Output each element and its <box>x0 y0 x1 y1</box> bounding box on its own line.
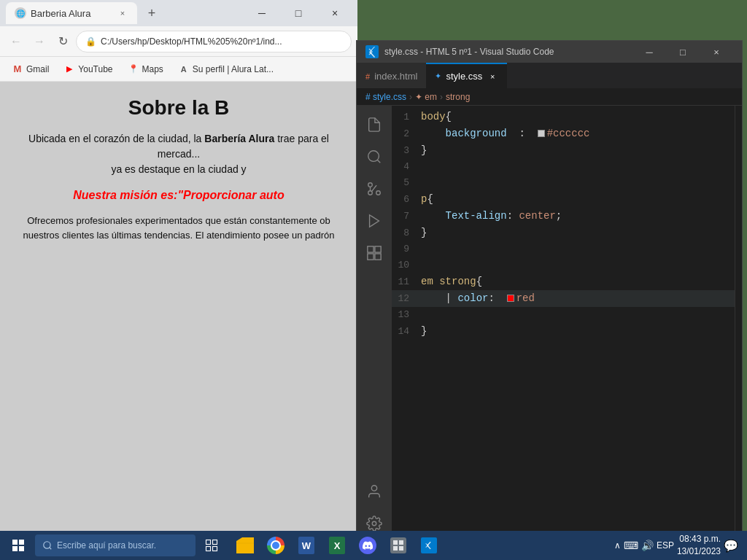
vscode-maximize-btn[interactable]: □ <box>666 41 700 63</box>
line-num-12: 12 <box>395 291 421 307</box>
taskbar-vscode[interactable] <box>414 531 444 560</box>
line-content-11: em strong{ <box>421 273 735 289</box>
activity-git-btn[interactable] <box>361 176 387 202</box>
activity-extensions-btn[interactable] <box>361 240 387 266</box>
excel-icon: X <box>329 537 345 554</box>
svg-line-17 <box>50 548 52 550</box>
bookmark-youtube-label: YouTube <box>78 64 112 74</box>
bookmark-gmail[interactable]: M Gmail <box>6 61 55 78</box>
taskview-button[interactable] <box>197 531 226 560</box>
svg-point-3 <box>368 183 373 187</box>
svg-rect-13 <box>19 540 24 545</box>
taskbar-search[interactable]: Escribe aquí para buscar. <box>35 534 196 556</box>
line-num-11: 11 <box>395 274 421 290</box>
taskbar-misc[interactable] <box>384 531 413 560</box>
vscode-title-text: style.css - HTML 5 nº1 - Visual Studio C… <box>384 47 627 57</box>
code-line-3: 3 } <box>392 142 735 159</box>
bookmark-profile-label: Su perfil | Alura Lat... <box>193 64 274 74</box>
code-line-10: 10 <box>392 257 735 273</box>
svg-rect-8 <box>368 254 374 260</box>
discord-icon <box>359 537 376 554</box>
svg-marker-5 <box>370 215 379 228</box>
code-line-4: 4 <box>392 159 735 175</box>
line-num-9: 9 <box>395 241 421 257</box>
breadcrumb-parent: ✦ em <box>415 92 437 102</box>
svg-point-11 <box>372 521 376 526</box>
indexhtml-icon: # <box>365 72 370 81</box>
taskbar-discord[interactable] <box>353 531 382 560</box>
taskbar-file-explorer[interactable] <box>231 531 260 560</box>
line-num-7: 7 <box>395 209 421 225</box>
word-icon: W <box>298 537 314 554</box>
line-content-7: Text-align: center; <box>421 208 735 224</box>
activity-bar <box>357 106 392 542</box>
vscode-tab-indexhtml[interactable]: # index.html <box>357 63 426 88</box>
code-line-5: 5 <box>392 175 735 191</box>
forward-button[interactable]: → <box>29 31 50 52</box>
line-content-8: } <box>421 225 735 241</box>
vscode-tabs: # index.html ✦ style.css × <box>357 63 742 88</box>
vscode-minimize-btn[interactable]: ─ <box>632 41 666 63</box>
start-button[interactable] <box>3 531 34 560</box>
taskbar-word[interactable]: W <box>292 531 321 560</box>
activity-files-btn[interactable] <box>361 112 387 138</box>
activity-account-btn[interactable] <box>361 478 387 505</box>
vscode-titlebar: style.css - HTML 5 nº1 - Visual Studio C… <box>357 41 742 63</box>
new-tab-button[interactable]: + <box>142 3 162 23</box>
activity-search-btn[interactable] <box>361 144 387 170</box>
webpage-content: Sobre la B Ubicada en el corazón de la c… <box>0 82 357 540</box>
refresh-button[interactable]: ↻ <box>53 31 73 52</box>
systray-time[interactable]: 08:43 p.m. 13/01/2023 <box>677 533 721 558</box>
vscode-tab-close-btn[interactable]: × <box>487 71 498 82</box>
browser-maximize-btn[interactable]: □ <box>282 0 315 26</box>
systray-clock: 08:43 p.m. <box>677 533 721 545</box>
vscode-main: 1 body{ 2 background : #cccccc 3 } 4 5 <box>357 106 742 542</box>
systray-keyboard-icon: ⌨ <box>624 540 638 551</box>
youtube-icon: ▶ <box>63 63 75 75</box>
browser-minimize-btn[interactable]: ─ <box>245 0 279 26</box>
taskbar-excel[interactable]: X <box>322 531 352 560</box>
url-text: C:/Users/hp/Desktop/HTML%205%20nº1/ind..… <box>101 36 342 47</box>
code-line-7: 7 Text-align: center; <box>392 208 735 225</box>
bookmark-profile[interactable]: A Su perfil | Alura Lat... <box>172 61 279 78</box>
bookmark-maps[interactable]: 📍 Maps <box>122 61 169 78</box>
para1-text: Ubicada en el corazón de la ciudad, la <box>28 133 204 144</box>
browser-address-bar: ← → ↻ 🔒 C:/Users/hp/Desktop/HTML%205%20n… <box>0 26 357 57</box>
systray-up-arrow[interactable]: ∧ <box>614 540 621 551</box>
svg-rect-22 <box>393 540 398 545</box>
vscode-tab-stylecss[interactable]: ✦ style.css × <box>426 63 507 88</box>
page-paragraph-1: Ubicada en el corazón de la ciudad, la B… <box>15 131 343 177</box>
line-num-3: 3 <box>395 143 421 159</box>
line-content-2: background : #cccccc <box>421 125 735 141</box>
vscode-close-btn[interactable]: × <box>700 41 733 63</box>
profile-icon: A <box>178 63 190 75</box>
taskbar-chrome[interactable] <box>261 531 290 560</box>
code-editor[interactable]: 1 body{ 2 background : #cccccc 3 } 4 5 <box>392 106 735 542</box>
systray-notification-btn[interactable]: 💬 <box>724 539 738 553</box>
code-line-2: 2 background : #cccccc <box>392 125 735 142</box>
para2-line2: nuestros clientes las últimas tendencias… <box>23 230 334 241</box>
activity-run-btn[interactable] <box>361 208 387 234</box>
svg-rect-12 <box>12 540 18 545</box>
url-bar[interactable]: 🔒 C:/Users/hp/Desktop/HTML%205%20nº1/ind… <box>76 31 352 52</box>
browser-close-btn[interactable]: × <box>318 0 352 26</box>
maps-icon: 📍 <box>128 63 139 75</box>
svg-rect-15 <box>19 546 24 551</box>
line-num-13: 13 <box>395 307 421 323</box>
code-line-9: 9 <box>392 241 735 257</box>
vscode-logo <box>365 45 379 58</box>
vscode-tab-indexhtml-label: index.html <box>374 71 417 82</box>
vscode-scrollbar[interactable] <box>735 106 742 542</box>
svg-rect-25 <box>399 546 403 551</box>
chrome-icon <box>267 537 285 554</box>
breadcrumb-sep2: › <box>440 92 443 102</box>
misc-icon <box>390 537 406 553</box>
bookmark-youtube[interactable]: ▶ YouTube <box>58 61 118 78</box>
svg-point-4 <box>368 191 373 195</box>
stylecss-icon: ✦ <box>435 71 441 81</box>
tab-close-btn[interactable]: × <box>117 7 128 19</box>
back-button[interactable]: ← <box>6 31 26 52</box>
line-num-14: 14 <box>395 324 421 340</box>
systray-volume-icon[interactable]: 🔊 <box>641 540 654 551</box>
browser-tab-active[interactable]: 🌐 Barberia Alura × <box>6 2 137 24</box>
